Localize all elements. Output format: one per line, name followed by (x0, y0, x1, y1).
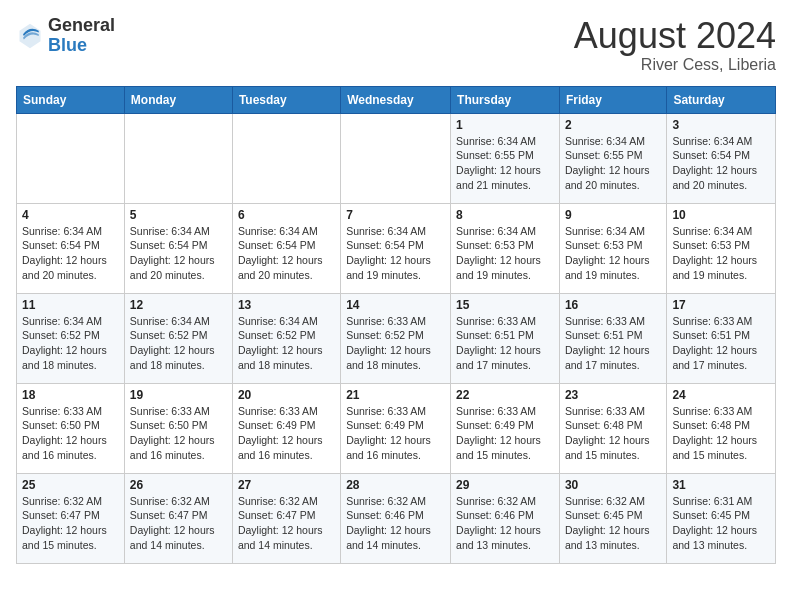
day-number: 5 (130, 208, 227, 222)
day-info: Sunrise: 6:32 AM Sunset: 6:47 PM Dayligh… (238, 494, 335, 553)
calendar-day-cell (124, 113, 232, 203)
day-info: Sunrise: 6:34 AM Sunset: 6:53 PM Dayligh… (565, 224, 661, 283)
day-number: 3 (672, 118, 770, 132)
day-info: Sunrise: 6:34 AM Sunset: 6:54 PM Dayligh… (672, 134, 770, 193)
day-info: Sunrise: 6:34 AM Sunset: 6:54 PM Dayligh… (22, 224, 119, 283)
day-info: Sunrise: 6:33 AM Sunset: 6:48 PM Dayligh… (565, 404, 661, 463)
day-number: 26 (130, 478, 227, 492)
calendar-day-cell (232, 113, 340, 203)
day-info: Sunrise: 6:33 AM Sunset: 6:49 PM Dayligh… (456, 404, 554, 463)
calendar-table: SundayMondayTuesdayWednesdayThursdayFrid… (16, 86, 776, 564)
day-info: Sunrise: 6:34 AM Sunset: 6:52 PM Dayligh… (22, 314, 119, 373)
calendar-day-cell: 2Sunrise: 6:34 AM Sunset: 6:55 PM Daylig… (559, 113, 666, 203)
calendar-day-cell: 28Sunrise: 6:32 AM Sunset: 6:46 PM Dayli… (341, 473, 451, 563)
calendar-day-cell: 24Sunrise: 6:33 AM Sunset: 6:48 PM Dayli… (667, 383, 776, 473)
logo-text: General Blue (48, 16, 115, 56)
calendar-day-cell: 17Sunrise: 6:33 AM Sunset: 6:51 PM Dayli… (667, 293, 776, 383)
day-number: 12 (130, 298, 227, 312)
day-number: 7 (346, 208, 445, 222)
day-number: 31 (672, 478, 770, 492)
day-number: 27 (238, 478, 335, 492)
day-info: Sunrise: 6:34 AM Sunset: 6:53 PM Dayligh… (672, 224, 770, 283)
day-info: Sunrise: 6:33 AM Sunset: 6:50 PM Dayligh… (22, 404, 119, 463)
day-info: Sunrise: 6:32 AM Sunset: 6:46 PM Dayligh… (346, 494, 445, 553)
day-number: 23 (565, 388, 661, 402)
title-block: August 2024 River Cess, Liberia (574, 16, 776, 74)
calendar-day-cell: 22Sunrise: 6:33 AM Sunset: 6:49 PM Dayli… (451, 383, 560, 473)
day-info: Sunrise: 6:34 AM Sunset: 6:55 PM Dayligh… (456, 134, 554, 193)
day-number: 8 (456, 208, 554, 222)
calendar-day-cell: 5Sunrise: 6:34 AM Sunset: 6:54 PM Daylig… (124, 203, 232, 293)
logo-icon (16, 22, 44, 50)
day-info: Sunrise: 6:31 AM Sunset: 6:45 PM Dayligh… (672, 494, 770, 553)
calendar-day-cell: 18Sunrise: 6:33 AM Sunset: 6:50 PM Dayli… (17, 383, 125, 473)
day-number: 9 (565, 208, 661, 222)
day-info: Sunrise: 6:32 AM Sunset: 6:45 PM Dayligh… (565, 494, 661, 553)
calendar-day-cell: 23Sunrise: 6:33 AM Sunset: 6:48 PM Dayli… (559, 383, 666, 473)
day-info: Sunrise: 6:33 AM Sunset: 6:48 PM Dayligh… (672, 404, 770, 463)
calendar-week-row: 1Sunrise: 6:34 AM Sunset: 6:55 PM Daylig… (17, 113, 776, 203)
day-info: Sunrise: 6:33 AM Sunset: 6:49 PM Dayligh… (238, 404, 335, 463)
day-info: Sunrise: 6:33 AM Sunset: 6:50 PM Dayligh… (130, 404, 227, 463)
day-number: 30 (565, 478, 661, 492)
weekday-header-row: SundayMondayTuesdayWednesdayThursdayFrid… (17, 86, 776, 113)
calendar-day-cell: 16Sunrise: 6:33 AM Sunset: 6:51 PM Dayli… (559, 293, 666, 383)
svg-marker-0 (20, 24, 41, 49)
calendar-day-cell: 19Sunrise: 6:33 AM Sunset: 6:50 PM Dayli… (124, 383, 232, 473)
weekday-header-saturday: Saturday (667, 86, 776, 113)
calendar-day-cell: 21Sunrise: 6:33 AM Sunset: 6:49 PM Dayli… (341, 383, 451, 473)
calendar-week-row: 18Sunrise: 6:33 AM Sunset: 6:50 PM Dayli… (17, 383, 776, 473)
calendar-day-cell (341, 113, 451, 203)
day-number: 21 (346, 388, 445, 402)
calendar-day-cell: 15Sunrise: 6:33 AM Sunset: 6:51 PM Dayli… (451, 293, 560, 383)
calendar-day-cell: 8Sunrise: 6:34 AM Sunset: 6:53 PM Daylig… (451, 203, 560, 293)
page-header: General Blue August 2024 River Cess, Lib… (16, 16, 776, 74)
weekday-header-tuesday: Tuesday (232, 86, 340, 113)
location: River Cess, Liberia (574, 56, 776, 74)
calendar-day-cell: 20Sunrise: 6:33 AM Sunset: 6:49 PM Dayli… (232, 383, 340, 473)
day-info: Sunrise: 6:32 AM Sunset: 6:47 PM Dayligh… (22, 494, 119, 553)
weekday-header-friday: Friday (559, 86, 666, 113)
day-info: Sunrise: 6:34 AM Sunset: 6:54 PM Dayligh… (346, 224, 445, 283)
day-info: Sunrise: 6:32 AM Sunset: 6:46 PM Dayligh… (456, 494, 554, 553)
calendar-day-cell: 1Sunrise: 6:34 AM Sunset: 6:55 PM Daylig… (451, 113, 560, 203)
calendar-day-cell: 29Sunrise: 6:32 AM Sunset: 6:46 PM Dayli… (451, 473, 560, 563)
weekday-header-wednesday: Wednesday (341, 86, 451, 113)
calendar-day-cell: 6Sunrise: 6:34 AM Sunset: 6:54 PM Daylig… (232, 203, 340, 293)
calendar-day-cell: 26Sunrise: 6:32 AM Sunset: 6:47 PM Dayli… (124, 473, 232, 563)
calendar-day-cell: 25Sunrise: 6:32 AM Sunset: 6:47 PM Dayli… (17, 473, 125, 563)
day-info: Sunrise: 6:34 AM Sunset: 6:55 PM Dayligh… (565, 134, 661, 193)
day-info: Sunrise: 6:34 AM Sunset: 6:54 PM Dayligh… (130, 224, 227, 283)
day-number: 25 (22, 478, 119, 492)
day-info: Sunrise: 6:33 AM Sunset: 6:52 PM Dayligh… (346, 314, 445, 373)
calendar-day-cell: 9Sunrise: 6:34 AM Sunset: 6:53 PM Daylig… (559, 203, 666, 293)
calendar-day-cell: 31Sunrise: 6:31 AM Sunset: 6:45 PM Dayli… (667, 473, 776, 563)
day-number: 20 (238, 388, 335, 402)
day-number: 6 (238, 208, 335, 222)
day-number: 19 (130, 388, 227, 402)
day-info: Sunrise: 6:34 AM Sunset: 6:52 PM Dayligh… (130, 314, 227, 373)
day-number: 18 (22, 388, 119, 402)
logo-general: General (48, 15, 115, 35)
calendar-day-cell (17, 113, 125, 203)
day-info: Sunrise: 6:34 AM Sunset: 6:52 PM Dayligh… (238, 314, 335, 373)
weekday-header-sunday: Sunday (17, 86, 125, 113)
day-number: 1 (456, 118, 554, 132)
logo: General Blue (16, 16, 115, 56)
day-number: 14 (346, 298, 445, 312)
calendar-day-cell: 13Sunrise: 6:34 AM Sunset: 6:52 PM Dayli… (232, 293, 340, 383)
calendar-day-cell: 10Sunrise: 6:34 AM Sunset: 6:53 PM Dayli… (667, 203, 776, 293)
day-info: Sunrise: 6:33 AM Sunset: 6:51 PM Dayligh… (565, 314, 661, 373)
day-number: 2 (565, 118, 661, 132)
day-info: Sunrise: 6:33 AM Sunset: 6:49 PM Dayligh… (346, 404, 445, 463)
day-number: 17 (672, 298, 770, 312)
calendar-day-cell: 12Sunrise: 6:34 AM Sunset: 6:52 PM Dayli… (124, 293, 232, 383)
weekday-header-thursday: Thursday (451, 86, 560, 113)
day-number: 24 (672, 388, 770, 402)
calendar-day-cell: 3Sunrise: 6:34 AM Sunset: 6:54 PM Daylig… (667, 113, 776, 203)
day-info: Sunrise: 6:34 AM Sunset: 6:53 PM Dayligh… (456, 224, 554, 283)
day-number: 4 (22, 208, 119, 222)
day-number: 28 (346, 478, 445, 492)
day-number: 16 (565, 298, 661, 312)
month-year: August 2024 (574, 16, 776, 56)
